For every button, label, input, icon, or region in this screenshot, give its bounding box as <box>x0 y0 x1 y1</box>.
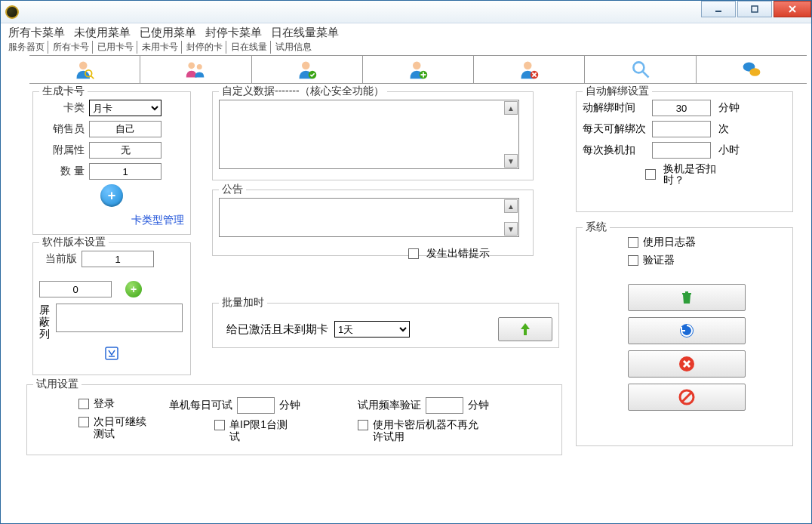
tool-user-remove[interactable] <box>474 56 585 83</box>
trial-ip-limit-label: 单IP限1台测试 <box>229 418 290 442</box>
menubar: 所有卡菜单 未使用菜单 已使用菜单 封停卡菜单 日在线量菜单 <box>1 23 811 40</box>
trial-nextday-label: 次日可继续测试 <box>94 415 154 439</box>
trial-ip-limit-checkbox[interactable] <box>214 420 225 430</box>
group-title: 自定义数据-------（核心安全功能） <box>219 85 387 98</box>
trial-nextday-checkbox[interactable] <box>78 417 89 427</box>
seller-label: 销售员 <box>39 122 85 136</box>
svg-point-7 <box>189 62 195 69</box>
unbind-swap-input[interactable] <box>652 142 711 159</box>
attr-input[interactable] <box>89 142 161 159</box>
menu-online[interactable]: 日在线量菜单 <box>271 26 339 40</box>
current-version-input[interactable] <box>82 251 154 267</box>
system-forbid-button[interactable] <box>628 384 746 411</box>
tool-user-check[interactable] <box>252 56 363 83</box>
group-version: 软件版本设置 当前版 + 屏蔽列 <box>32 242 191 375</box>
svg-rect-1 <box>752 6 758 12</box>
group-title: 自动解绑设置 <box>583 85 652 98</box>
batch-duration-select[interactable]: 1天 <box>334 321 410 338</box>
menu-blocked[interactable]: 封停卡菜单 <box>205 26 262 40</box>
tab-server[interactable]: 服务器页 <box>5 41 48 54</box>
tab-blocked-cards[interactable]: 封停的卡 <box>183 41 226 54</box>
tool-users-group[interactable] <box>140 56 251 83</box>
recycle-icon[interactable] <box>103 352 121 365</box>
group-title: 软件版本设置 <box>39 236 109 249</box>
group-auto-unbind: 自动解绑设置 动解绑时间 分钟 每天可解绑次 次 每次换机扣 小时 换机是否扣时… <box>576 91 793 212</box>
card-type-manage-link[interactable]: 卡类型管理 <box>131 214 184 226</box>
svg-point-22 <box>749 68 760 76</box>
current-version-label: 当前版 <box>39 252 77 266</box>
version-num-input[interactable] <box>39 281 112 297</box>
trial-freq-label: 试用频率验证 <box>358 399 421 412</box>
unbind-time-label: 动解绑时间 <box>583 101 652 115</box>
tab-strip: 服务器页 所有卡号 已用卡号 未用卡号 封停的卡 日在线量 试用信息 <box>1 40 811 54</box>
notice-error-row: 发生出错提示 <box>408 247 490 260</box>
svg-line-29 <box>682 393 691 402</box>
titlebar <box>1 1 811 23</box>
group-custom-data: 自定义数据-------（核心安全功能） ▲ ▼ <box>212 91 534 180</box>
seller-input[interactable] <box>89 121 161 137</box>
qty-input[interactable] <box>89 163 161 180</box>
menu-used[interactable]: 已使用菜单 <box>140 26 196 40</box>
tab-unused-cards[interactable]: 未用卡号 <box>139 41 182 54</box>
tool-search[interactable] <box>585 56 696 83</box>
custom-data-listbox[interactable]: ▲ ▼ <box>219 100 519 169</box>
trial-login-checkbox[interactable] <box>78 399 89 409</box>
system-delete-button[interactable] <box>628 284 746 311</box>
attr-label: 附属性 <box>39 143 85 157</box>
group-title: 试用设置 <box>33 378 82 391</box>
version-add-button[interactable]: + <box>125 281 142 297</box>
minimize-button[interactable] <box>701 1 736 17</box>
close-button[interactable] <box>774 1 811 17</box>
svg-point-15 <box>524 62 532 70</box>
unbind-swap-checkbox[interactable] <box>645 169 656 180</box>
svg-line-20 <box>642 72 648 78</box>
system-logger-checkbox[interactable] <box>628 237 638 248</box>
trial-freq-unit: 分钟 <box>468 399 489 412</box>
unbind-daily-input[interactable] <box>652 121 711 137</box>
card-type-select[interactable]: 月卡 <box>89 100 161 116</box>
svg-line-6 <box>91 76 94 79</box>
notice-error-checkbox[interactable] <box>408 248 419 259</box>
menu-unused[interactable]: 未使用菜单 <box>74 26 131 40</box>
icon-toolbar <box>29 55 807 84</box>
scroll-down[interactable]: ▼ <box>504 222 518 236</box>
tab-all-cards[interactable]: 所有卡号 <box>50 41 93 54</box>
trial-freq-input[interactable] <box>426 397 463 414</box>
tab-used-cards[interactable]: 已用卡号 <box>94 41 137 54</box>
unbind-swap-unit: 小时 <box>718 143 740 157</box>
scroll-up[interactable]: ▲ <box>504 199 518 213</box>
generate-add-button[interactable]: + <box>100 184 123 207</box>
unbind-swap-checkbox-label: 换机是否扣时？ <box>663 163 724 186</box>
blocklist-label: 屏蔽列 <box>39 304 56 340</box>
system-logger-label: 使用日志器 <box>643 236 696 248</box>
unbind-time-unit: 分钟 <box>718 101 740 115</box>
content-area: 生成卡号 卡类 月卡 销售员 附属性 数 量 + 卡类型管理 <box>1 84 811 93</box>
unbind-daily-label: 每天可解绑次 <box>583 122 652 136</box>
maximize-button[interactable] <box>737 1 772 17</box>
tab-trial[interactable]: 试用信息 <box>272 41 315 54</box>
svg-point-8 <box>197 64 202 69</box>
menu-all-cards[interactable]: 所有卡菜单 <box>8 26 65 40</box>
app-window: 所有卡菜单 未使用菜单 已使用菜单 封停卡菜单 日在线量菜单 服务器页 所有卡号… <box>0 0 812 524</box>
scroll-up[interactable]: ▲ <box>504 101 518 115</box>
system-validator-label: 验证器 <box>643 254 675 266</box>
tab-online[interactable]: 日在线量 <box>228 41 271 54</box>
tool-user-add[interactable] <box>363 56 474 83</box>
svg-point-11 <box>413 62 421 70</box>
batch-apply-button[interactable] <box>498 317 552 341</box>
unbind-time-input[interactable] <box>652 100 711 116</box>
unbind-swap-label: 每次换机扣 <box>583 143 652 157</box>
group-title: 系统 <box>583 220 610 234</box>
svg-point-19 <box>633 62 644 72</box>
system-refresh-button[interactable] <box>628 317 746 344</box>
blocklist-box[interactable] <box>56 304 183 332</box>
scroll-down[interactable]: ▼ <box>504 154 518 168</box>
tool-chat[interactable] <box>697 56 807 83</box>
trial-single-input[interactable] <box>237 397 275 414</box>
trial-after-card-checkbox[interactable] <box>358 420 368 430</box>
tool-user-search[interactable] <box>29 56 140 83</box>
system-cancel-button[interactable] <box>628 350 746 378</box>
notice-listbox[interactable]: ▲ ▼ <box>219 198 519 237</box>
system-validator-checkbox[interactable] <box>628 255 638 266</box>
trial-single-unit: 分钟 <box>279 399 300 412</box>
